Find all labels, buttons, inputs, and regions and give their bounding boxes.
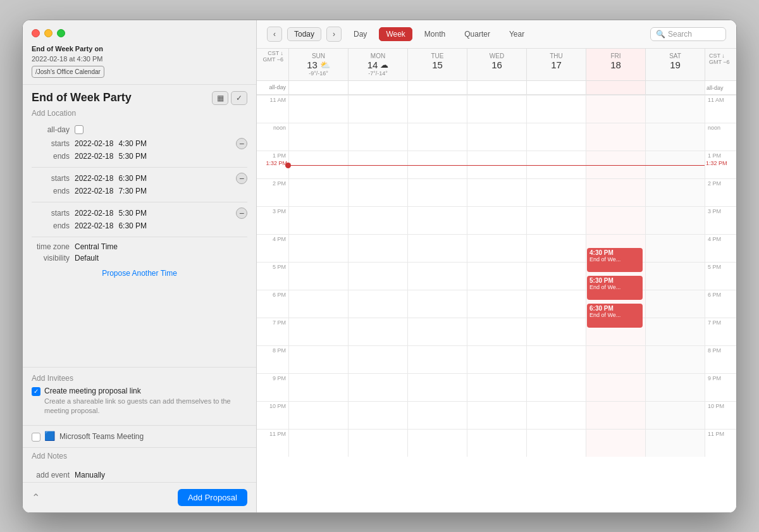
propose-another-time-link[interactable]: Propose Another Time (32, 265, 247, 281)
time-cell-8-4[interactable] (526, 318, 586, 345)
add-location[interactable]: Add Location (32, 109, 247, 118)
time-cell-3-4[interactable] (526, 178, 586, 206)
time-cell-5-0[interactable] (288, 234, 348, 262)
minimize-button[interactable] (44, 29, 52, 37)
time-cell-3-2[interactable] (407, 178, 467, 206)
starts-date-2[interactable]: 2022-02-18 (75, 174, 113, 183)
time-cell-12-4[interactable] (526, 429, 586, 457)
time-cell-4-4[interactable] (526, 206, 586, 234)
starts-time-1[interactable]: 4:30 PM (118, 139, 147, 148)
time-cell-10-5[interactable] (586, 373, 645, 401)
time-cell-1-2[interactable] (407, 123, 467, 151)
time-cell-5-2[interactable] (407, 234, 467, 262)
event-title-input[interactable] (32, 91, 212, 104)
time-cell-7-0[interactable] (288, 290, 348, 318)
time-cell-8-1[interactable] (348, 318, 407, 345)
time-cell-2-3[interactable] (467, 151, 526, 178)
calendar-icon-btn[interactable]: ▦ (212, 91, 228, 105)
cal-event-2[interactable]: 6:30 PMEnd of We... (587, 304, 643, 328)
time-cell-4-3[interactable] (467, 206, 526, 234)
time-cell-9-4[interactable] (526, 345, 586, 373)
time-cell-7-4[interactable] (526, 290, 586, 318)
allday-checkbox[interactable] (75, 125, 83, 134)
time-cell-12-5[interactable] (586, 429, 645, 457)
time-cell-0-0[interactable] (288, 95, 348, 123)
remove-slot-3-btn[interactable]: − (236, 207, 247, 219)
time-cell-1-1[interactable] (348, 123, 407, 151)
time-cell-7-3[interactable] (467, 290, 526, 318)
time-cell-3-6[interactable] (645, 178, 705, 206)
month-view-button[interactable]: Month (417, 27, 452, 41)
prev-week-button[interactable]: ‹ (267, 27, 282, 42)
time-cell-6-0[interactable] (288, 262, 348, 290)
time-cell-0-6[interactable] (645, 95, 705, 123)
time-cell-12-1[interactable] (348, 429, 407, 457)
ends-time-3[interactable]: 6:30 PM (118, 221, 147, 230)
cal-event-0[interactable]: 4:30 PMEnd of We... (587, 248, 643, 272)
close-button[interactable] (32, 29, 40, 37)
time-cell-10-2[interactable] (407, 373, 467, 401)
time-cell-10-0[interactable] (288, 373, 348, 401)
today-button[interactable]: Today (287, 27, 321, 41)
starts-date-1[interactable]: 2022-02-18 (75, 139, 113, 148)
time-cell-11-5[interactable] (586, 401, 645, 429)
time-cell-8-0[interactable] (288, 318, 348, 345)
starts-time-3[interactable]: 5:30 PM (118, 209, 147, 218)
time-cell-12-3[interactable] (467, 429, 526, 457)
time-cell-10-6[interactable] (645, 373, 705, 401)
week-view-button[interactable]: Week (379, 27, 412, 41)
time-cell-1-5[interactable] (586, 123, 645, 151)
ends-date-3[interactable]: 2022-02-18 (75, 221, 113, 230)
time-cell-9-6[interactable] (645, 345, 705, 373)
time-cell-2-1[interactable] (348, 151, 407, 178)
time-cell-9-5[interactable] (586, 345, 645, 373)
time-cell-11-6[interactable] (645, 401, 705, 429)
time-cell-6-1[interactable] (348, 262, 407, 290)
create-meeting-proposal-checkbox[interactable]: ✓ (32, 387, 40, 396)
time-cell-7-6[interactable] (645, 290, 705, 318)
time-cell-0-4[interactable] (526, 95, 586, 123)
quarter-view-button[interactable]: Quarter (457, 27, 497, 41)
time-cell-1-0[interactable] (288, 123, 348, 151)
time-cell-3-1[interactable] (348, 178, 407, 206)
add-event-value[interactable]: Manually (75, 471, 105, 479)
time-cell-9-1[interactable] (348, 345, 407, 373)
time-cell-7-2[interactable] (407, 290, 467, 318)
time-cell-4-2[interactable] (407, 206, 467, 234)
checkmark-btn[interactable]: ✓ (231, 91, 247, 105)
time-cell-6-6[interactable] (645, 262, 705, 290)
year-view-button[interactable]: Year (502, 27, 531, 41)
teams-checkbox[interactable] (32, 433, 40, 442)
time-cell-4-0[interactable] (288, 206, 348, 234)
maximize-button[interactable] (57, 29, 65, 37)
time-cell-10-1[interactable] (348, 373, 407, 401)
time-cell-4-5[interactable] (586, 206, 645, 234)
time-cell-11-4[interactable] (526, 401, 586, 429)
time-cell-4-1[interactable] (348, 206, 407, 234)
collapse-button[interactable]: ⌃ (32, 492, 40, 504)
time-cell-0-3[interactable] (467, 95, 526, 123)
time-cell-6-4[interactable] (526, 262, 586, 290)
ends-date-2[interactable]: 2022-02-18 (75, 187, 113, 195)
time-cell-2-4[interactable] (526, 151, 586, 178)
time-cell-11-0[interactable] (288, 401, 348, 429)
ends-time-2[interactable]: 7:30 PM (118, 187, 147, 195)
time-cell-5-4[interactable] (526, 234, 586, 262)
add-proposal-button[interactable]: Add Proposal (178, 489, 247, 506)
time-cell-7-1[interactable] (348, 290, 407, 318)
time-cell-3-0[interactable] (288, 178, 348, 206)
time-cell-12-2[interactable] (407, 429, 467, 457)
time-cell-5-1[interactable] (348, 234, 407, 262)
time-cell-6-2[interactable] (407, 262, 467, 290)
time-cell-3-5[interactable] (586, 178, 645, 206)
time-cell-5-6[interactable] (645, 234, 705, 262)
time-cell-11-3[interactable] (467, 401, 526, 429)
time-cell-9-0[interactable] (288, 345, 348, 373)
ends-time-1[interactable]: 5:30 PM (118, 152, 147, 161)
time-cell-10-4[interactable] (526, 373, 586, 401)
time-cell-9-3[interactable] (467, 345, 526, 373)
search-box[interactable]: 🔍 Search (650, 27, 726, 41)
starts-time-2[interactable]: 6:30 PM (118, 174, 147, 183)
time-cell-0-5[interactable] (586, 95, 645, 123)
time-cell-0-1[interactable] (348, 95, 407, 123)
